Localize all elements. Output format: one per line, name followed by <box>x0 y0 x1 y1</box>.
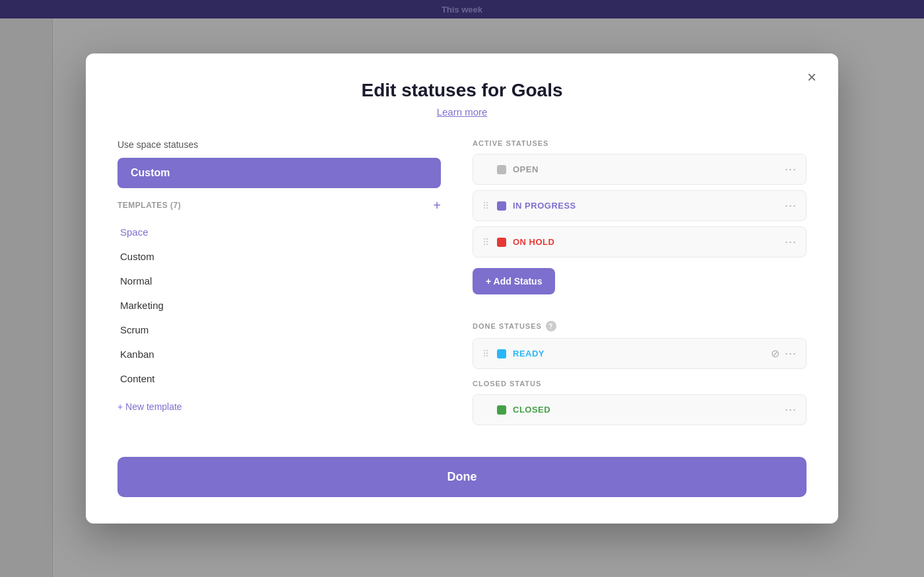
status-dot-closed <box>497 405 506 415</box>
modal-backdrop: × Edit statuses for Goals Learn more Use… <box>0 0 924 577</box>
add-status-button[interactable]: + Add Status <box>473 268 555 294</box>
custom-selected-button[interactable]: Custom <box>117 158 441 188</box>
template-item-marketing[interactable]: Marketing <box>117 293 441 318</box>
status-dot-inprogress <box>497 201 506 211</box>
more-options-closed[interactable]: ··· <box>785 403 797 417</box>
new-template-link[interactable]: + New template <box>117 401 182 412</box>
status-item-closed[interactable]: ⠿ CLOSED ··· <box>473 394 807 425</box>
status-item-onhold[interactable]: ⠿ ON HOLD ··· <box>473 226 807 257</box>
template-item-space[interactable]: Space <box>117 220 441 244</box>
done-button[interactable]: Done <box>117 457 807 497</box>
done-status-list: ⠿ READY ⊘ ··· <box>473 338 807 369</box>
status-dot-onhold <box>497 238 506 247</box>
template-item-normal[interactable]: Normal <box>117 269 441 293</box>
status-name-ready: READY <box>513 349 764 358</box>
closed-status-label: CLOSED STATUS <box>473 380 807 388</box>
closed-status-list: ⠿ CLOSED ··· <box>473 394 807 425</box>
drag-handle-onhold: ⠿ <box>482 237 489 248</box>
left-panel: Use space statuses Custom TEMPLATES (7) … <box>117 139 441 436</box>
template-list: Space Custom Normal Marketing Scrum Kanb… <box>117 220 441 391</box>
drag-handle-ready: ⠿ <box>482 349 489 359</box>
active-statuses-label: ACTIVE STATUSES <box>473 139 807 147</box>
active-statuses-section: ACTIVE STATUSES ⠿ OPEN ··· ⠿ IN PROGRESS <box>473 139 807 310</box>
template-item-scrum[interactable]: Scrum <box>117 318 441 342</box>
status-item-ready[interactable]: ⠿ READY ⊘ ··· <box>473 338 807 369</box>
status-dot-ready <box>497 349 506 358</box>
modal-footer: Done <box>117 457 807 497</box>
modal-title: Edit statuses for Goals <box>117 80 807 101</box>
template-item-custom[interactable]: Custom <box>117 244 441 269</box>
templates-label: TEMPLATES (7) <box>117 201 181 210</box>
status-name-open: OPEN <box>513 164 778 174</box>
drag-handle-inprogress: ⠿ <box>482 201 489 211</box>
status-dot-open <box>497 165 506 174</box>
done-statuses-help-icon[interactable]: ? <box>546 321 556 331</box>
more-options-open[interactable]: ··· <box>785 162 797 176</box>
status-item-open[interactable]: ⠿ OPEN ··· <box>473 154 807 185</box>
done-statuses-label: DONE STATUSES ? <box>473 321 807 331</box>
more-options-onhold[interactable]: ··· <box>785 235 797 249</box>
active-status-list: ⠿ OPEN ··· ⠿ IN PROGRESS ··· ⠿ <box>473 154 807 257</box>
modal-body: Use space statuses Custom TEMPLATES (7) … <box>117 139 807 436</box>
modal-header: Edit statuses for Goals Learn more <box>117 80 807 118</box>
use-space-label: Use space statuses <box>117 139 441 150</box>
closed-status-section: CLOSED STATUS ⠿ CLOSED ··· <box>473 380 807 425</box>
template-item-kanban[interactable]: Kanban <box>117 342 441 366</box>
edit-statuses-modal: × Edit statuses for Goals Learn more Use… <box>86 53 838 524</box>
status-name-closed: CLOSED <box>513 405 778 415</box>
learn-more-link[interactable]: Learn more <box>437 106 488 118</box>
close-button[interactable]: × <box>801 67 822 88</box>
done-statuses-section: DONE STATUSES ? ⠿ READY ⊘ ··· <box>473 321 807 369</box>
ready-status-actions: ⊘ ··· <box>771 347 797 360</box>
status-name-onhold: ON HOLD <box>513 237 778 247</box>
template-item-content[interactable]: Content <box>117 366 441 391</box>
more-options-inprogress[interactable]: ··· <box>785 199 797 213</box>
right-panel: ACTIVE STATUSES ⠿ OPEN ··· ⠿ IN PROGRESS <box>473 139 807 436</box>
more-options-ready[interactable]: ··· <box>785 347 797 360</box>
templates-add-button[interactable]: + <box>433 199 441 212</box>
templates-header: TEMPLATES (7) + <box>117 199 441 212</box>
status-item-inprogress[interactable]: ⠿ IN PROGRESS ··· <box>473 190 807 221</box>
check-icon-ready: ⊘ <box>771 347 779 360</box>
status-name-inprogress: IN PROGRESS <box>513 201 778 211</box>
